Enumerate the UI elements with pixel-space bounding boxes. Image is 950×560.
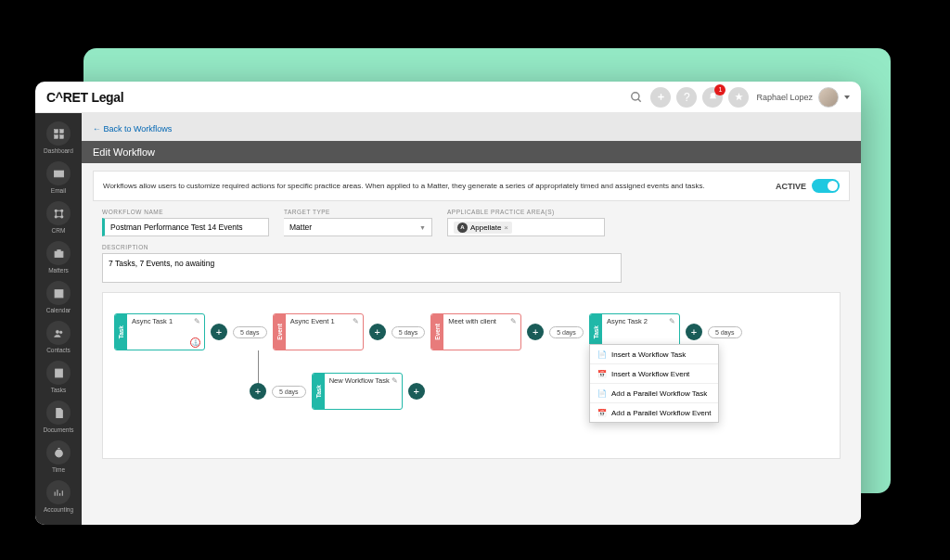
- sidebar-item-matters[interactable]: Matters: [35, 236, 82, 276]
- menu-parallel-event[interactable]: 📅Add a Parallel Workflow Event: [590, 403, 718, 422]
- svg-point-8: [60, 210, 62, 211]
- description-input[interactable]: 7 Tasks, 7 Events, no awaiting: [102, 253, 622, 283]
- sidebar: Dashboard Email CRM Matters 12Calendar C…: [35, 113, 82, 525]
- svg-point-10: [60, 215, 62, 217]
- duration-pill[interactable]: 5 days: [392, 326, 426, 338]
- event-icon: 📅: [597, 408, 607, 417]
- sidebar-item-documents[interactable]: Documents: [35, 396, 82, 436]
- target-type-label: TARGET TYPE: [284, 209, 432, 215]
- chevron-down-icon: ▼: [419, 224, 426, 231]
- sidebar-item-email[interactable]: Email: [35, 157, 82, 197]
- duration-pill[interactable]: 5 days: [708, 326, 742, 338]
- remove-chip-icon[interactable]: ×: [504, 223, 508, 232]
- app-window: C^RET Legal ? 1 Raphael Lopez Dashboard …: [35, 82, 861, 525]
- topbar: C^RET Legal ? 1 Raphael Lopez: [35, 82, 861, 113]
- edit-icon[interactable]: ✎: [353, 317, 359, 325]
- avatar: [818, 87, 839, 108]
- event-icon: 📅: [597, 369, 607, 378]
- page-title: Edit Workflow: [82, 141, 861, 163]
- add-node-button[interactable]: +: [686, 324, 702, 340]
- edit-icon[interactable]: ✎: [392, 376, 398, 385]
- add-node-button[interactable]: +: [211, 324, 227, 340]
- workflow-node-task[interactable]: Task Async Task 1✎⚓: [114, 313, 205, 350]
- context-menu: 📄Insert a Workflow Task 📅Insert a Workfl…: [589, 344, 719, 423]
- svg-point-9: [55, 215, 57, 217]
- menu-parallel-task[interactable]: 📄Add a Parallel Workflow Task: [590, 384, 718, 403]
- notifications-icon[interactable]: 1: [702, 87, 723, 108]
- workflow-name-label: WORKFLOW NAME: [102, 209, 269, 215]
- task-icon: 📄: [597, 350, 607, 359]
- practice-area-input[interactable]: AAppellate×: [447, 218, 605, 236]
- user-name: Raphael Lopez: [756, 93, 813, 102]
- menu-insert-event[interactable]: 📅Insert a Workflow Event: [590, 364, 718, 384]
- svg-point-16: [59, 331, 62, 334]
- add-node-button[interactable]: +: [369, 324, 386, 340]
- active-label: ACTIVE: [776, 182, 806, 191]
- target-type-select[interactable]: Matter▼: [284, 218, 432, 236]
- search-icon[interactable]: [630, 91, 643, 104]
- add-node-button[interactable]: +: [408, 383, 425, 400]
- user-menu[interactable]: Raphael Lopez: [756, 87, 850, 108]
- svg-point-0: [632, 92, 639, 99]
- description-label: DESCRIPTION: [102, 244, 841, 250]
- chevron-down-icon: [844, 95, 850, 99]
- duration-pill[interactable]: 5 days: [233, 326, 267, 338]
- edit-icon[interactable]: ✎: [194, 317, 200, 325]
- workflow-canvas[interactable]: Task Async Task 1✎⚓ + 5 days Event Async…: [102, 292, 841, 459]
- sidebar-item-contacts[interactable]: Contacts: [35, 316, 82, 356]
- sidebar-item-accounting[interactable]: Accounting: [35, 476, 82, 515]
- svg-rect-5: [59, 134, 63, 138]
- practice-area-label: APPLICABLE PRACTICE AREA(S): [447, 209, 605, 215]
- svg-point-15: [56, 330, 58, 333]
- active-toggle[interactable]: [812, 179, 840, 193]
- help-icon[interactable]: ?: [676, 87, 697, 108]
- sidebar-item-tasks[interactable]: Tasks: [35, 356, 82, 396]
- sidebar-item-time[interactable]: Time: [35, 436, 82, 476]
- anchor-icon[interactable]: ⚓: [190, 337, 200, 348]
- intro-text: Workflows allow users to customize requi…: [103, 182, 776, 190]
- duration-pill[interactable]: 5 days: [549, 326, 584, 338]
- sidebar-item-calendar[interactable]: 12Calendar: [35, 276, 82, 316]
- favorites-icon[interactable]: [728, 87, 749, 108]
- svg-rect-2: [54, 129, 58, 133]
- edit-icon[interactable]: ✎: [510, 317, 517, 325]
- back-link[interactable]: Back to Workflows: [93, 124, 172, 134]
- sidebar-item-crm[interactable]: CRM: [35, 197, 82, 236]
- add-icon[interactable]: [650, 87, 671, 108]
- svg-point-7: [55, 210, 57, 211]
- workflow-node-event[interactable]: Event Meet with client✎: [430, 313, 521, 350]
- menu-insert-task[interactable]: 📄Insert a Workflow Task: [590, 345, 718, 364]
- duration-pill[interactable]: 5 days: [272, 386, 306, 398]
- workflow-name-input[interactable]: Postman Performance Test 14 Events: [102, 218, 269, 236]
- edit-icon[interactable]: ✎: [669, 317, 675, 325]
- svg-rect-3: [59, 129, 63, 133]
- workflow-node-event[interactable]: Event Async Event 1✎: [273, 313, 364, 350]
- svg-line-1: [638, 98, 641, 101]
- add-node-button[interactable]: +: [250, 383, 266, 400]
- brand-logo: C^RET Legal: [46, 90, 123, 105]
- svg-rect-11: [55, 251, 63, 257]
- sidebar-item-dashboard[interactable]: Dashboard: [35, 117, 82, 157]
- practice-area-chip: AAppellate×: [454, 222, 512, 234]
- svg-rect-4: [54, 134, 58, 138]
- task-icon: 📄: [597, 388, 607, 398]
- svg-text:12: 12: [57, 293, 60, 297]
- add-node-button[interactable]: +: [527, 324, 544, 340]
- workflow-node-task[interactable]: Task New Workflow Task✎: [312, 373, 403, 410]
- notification-badge: 1: [714, 84, 725, 95]
